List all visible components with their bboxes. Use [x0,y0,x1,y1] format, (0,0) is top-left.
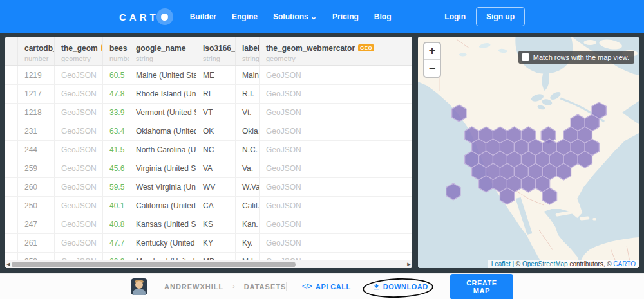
cell-label[interactable]: Calif. [236,197,260,215]
cell-cartodb_id[interactable]: 231 [18,122,55,140]
cell-label[interactable]: Maine [236,66,260,84]
table-row[interactable]: 259GeoJSON45.6Virginia (United States)VA… [5,159,412,178]
cell-cartodb_id[interactable]: 1218 [18,104,55,122]
cell-google_name[interactable]: Virginia (United States) [129,159,196,177]
scroll-right-icon[interactable]: ▶ [406,262,412,267]
cell-google_name[interactable]: California (United States) [129,197,196,215]
hexbin-cell[interactable] [452,105,466,122]
cell-label[interactable]: N.C. [236,141,260,159]
cell-the_geom_webmercator[interactable]: GeoJSON [260,104,412,122]
cell-bees[interactable]: 41.5 [103,141,129,159]
table-row[interactable]: 250GeoJSON40.1California (United States)… [5,197,412,215]
table-row[interactable]: 261GeoJSON47.7Kentucky (United States)KY… [5,234,412,253]
cell-bees[interactable]: 40.1 [103,197,129,215]
cell-cartodb_id[interactable]: 260 [18,178,55,196]
cell-the_geom_webmercator[interactable]: GeoJSON [260,234,412,252]
cell-iso3166_2[interactable]: KS [196,215,236,233]
cell-the_geom[interactable]: GeoJSON [55,159,103,177]
hexbin-cell[interactable] [578,151,592,168]
cell-cartodb_id[interactable]: 259 [18,159,55,177]
avatar[interactable] [131,278,147,295]
cell-iso3166_2[interactable]: VA [196,159,236,177]
cell-the_geom_webmercator[interactable]: GeoJSON [260,197,412,215]
cell-google_name[interactable]: Maine (United States) [129,66,196,84]
cell-the_geom_webmercator[interactable]: GeoJSON [260,215,412,233]
cell-the_geom_webmercator[interactable]: GeoJSON [260,85,412,103]
hexbin-cell[interactable] [542,188,556,204]
table-row[interactable]: 244GeoJSON41.5North Carolina (United Sta… [5,141,412,159]
leaflet-link[interactable]: Leaflet [491,260,511,267]
table-row[interactable]: 1219GeoJSON60.5Maine (United States)MEMa… [5,66,412,85]
cell-iso3166_2[interactable]: NC [196,141,236,159]
horizontal-scrollbar[interactable]: ◀ ▶ [5,260,412,268]
hexbin-cell[interactable] [500,188,514,204]
cell-the_geom[interactable]: GeoJSON [55,178,103,196]
carto-attribution-link[interactable]: CARTO [613,260,636,267]
cell-cartodb_id[interactable]: 247 [18,215,55,233]
signup-button[interactable]: Sign up [476,7,525,26]
breadcrumb-datasets[interactable]: DATASETS [244,283,287,291]
column-header-cartodb_id[interactable]: cartodb_idnumber [18,37,55,65]
table-row[interactable]: 1218GeoJSON33.9Vermont (United States)VT… [5,104,412,122]
hexbin-cell[interactable] [521,176,535,192]
cell-label[interactable]: Kan. [236,215,260,233]
cell-the_geom_webmercator[interactable]: GeoJSON [260,159,412,177]
cell-bees[interactable]: 45.6 [103,159,129,177]
cell-the_geom_webmercator[interactable]: GeoJSON [260,141,412,159]
cell-bees[interactable]: 40.8 [103,215,129,233]
cell-label[interactable]: Ky. [236,234,260,252]
cell-google_name[interactable]: Rhode Island (United States) [129,85,196,103]
cell-cartodb_id[interactable]: 244 [18,141,55,159]
hexbin-cell[interactable] [479,176,493,192]
nav-link-builder[interactable]: Builder [190,12,216,21]
column-header-bees[interactable]: beesnumber [103,37,129,65]
match-rows-checkbox[interactable] [522,53,529,61]
column-header-the_geom[interactable]: the_geomGEOgeometry [55,37,103,65]
cell-the_geom[interactable]: GeoJSON [55,234,103,252]
cell-bees[interactable]: 59.5 [103,178,129,196]
cell-the_geom_webmercator[interactable]: GeoJSON [260,66,412,84]
cell-the_geom_webmercator[interactable]: GeoJSON [260,178,412,196]
table-row[interactable]: 260GeoJSON59.5West Virginia (United Stat… [5,178,412,197]
hexbin-cell[interactable] [446,183,460,200]
cell-label[interactable]: Vt. [236,104,260,122]
table-row[interactable]: 231GeoJSON63.4Oklahoma (United States)OK… [5,122,412,141]
cell-the_geom[interactable]: GeoJSON [55,85,103,103]
cell-google_name[interactable]: Kentucky (United States) [129,234,196,252]
cell-the_geom[interactable]: GeoJSON [55,66,103,84]
cell-iso3166_2[interactable]: VT [196,104,236,122]
cell-the_geom_webmercator[interactable]: GeoJSON [260,122,412,140]
table-row[interactable]: 247GeoJSON40.8Kansas (United States)KSKa… [5,215,412,234]
cell-iso3166_2[interactable]: WV [196,178,236,196]
scrollbar-track[interactable] [12,261,406,268]
cell-bees[interactable]: 47.8 [103,85,129,103]
hexbin-cell[interactable] [556,163,571,180]
login-link[interactable]: Login [444,12,466,21]
cell-the_geom[interactable]: GeoJSON [55,141,103,159]
column-header-google_name[interactable]: google_namestring [129,37,196,65]
map-canvas[interactable] [418,37,639,268]
cell-label[interactable]: Va. [236,159,260,177]
breadcrumb-username[interactable]: ANDREWXHILL [164,283,223,291]
cell-google_name[interactable]: West Virginia (United States) [129,178,196,196]
cell-google_name[interactable]: Oklahoma (United States) [129,122,196,140]
cell-label[interactable]: Okla. [236,122,260,140]
cell-bees[interactable]: 60.5 [103,66,129,84]
zoom-in-button[interactable]: + [424,43,440,60]
api-call-button[interactable]: </> API CALL [302,283,351,291]
table-row[interactable]: 1217GeoJSON47.8Rhode Island (United Stat… [5,85,412,104]
nav-link-blog[interactable]: Blog [374,12,392,21]
carto-logo[interactable]: CART [119,8,173,25]
nav-link-pricing[interactable]: Pricing [332,12,359,21]
scroll-left-icon[interactable]: ◀ [5,262,12,267]
cell-the_geom[interactable]: GeoJSON [55,215,103,233]
cell-bees[interactable]: 63.4 [103,122,129,140]
cell-iso3166_2[interactable]: RI [196,85,236,103]
osm-link[interactable]: OpenStreetMap [522,260,568,267]
cell-google_name[interactable]: North Carolina (United States) [129,141,196,159]
cell-iso3166_2[interactable]: CA [196,197,236,215]
scrollbar-thumb[interactable] [12,262,296,267]
cell-cartodb_id[interactable]: 1219 [18,66,55,84]
nav-link-solutions[interactable]: Solutions ⌄ [273,12,317,21]
column-header-label[interactable]: labelstring [236,37,260,65]
